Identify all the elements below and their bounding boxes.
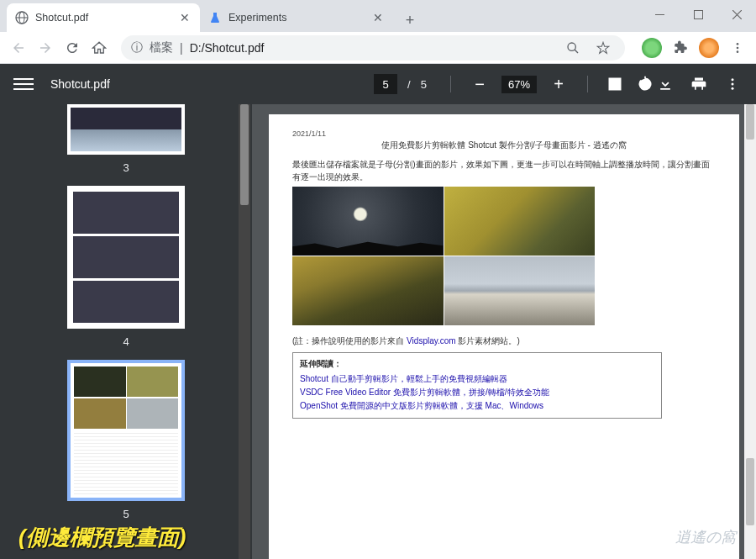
print-button[interactable] bbox=[689, 74, 709, 94]
back-button[interactable] bbox=[7, 36, 30, 60]
content-image-landscape bbox=[444, 256, 596, 325]
watermark: 逍遙の窩 bbox=[675, 527, 736, 547]
thumbnail-label: 3 bbox=[123, 161, 129, 174]
more-button[interactable] bbox=[722, 74, 743, 94]
zoom-out-button[interactable]: − bbox=[468, 72, 491, 96]
thumbnail-label: 4 bbox=[123, 335, 129, 348]
home-button[interactable] bbox=[87, 36, 111, 60]
page-date: 2021/1/11 bbox=[292, 129, 716, 138]
maximize-button[interactable] bbox=[679, 0, 717, 29]
page-paragraph: 最後匯出儲存檔案就是子母(分割)畫面的影片，效果如下圖，更進一步可以在時間軸上調… bbox=[292, 158, 716, 183]
page-note: (註：操作說明使用的影片來自 Vidsplay.com 影片素材網站。) bbox=[292, 335, 716, 347]
page-heading: 使用免費影片剪輯軟體 Shotcut 製作分割/子母畫面影片 - 逍遙の窩 bbox=[292, 140, 716, 151]
reload-button[interactable] bbox=[60, 36, 84, 60]
related-link[interactable]: Shotcut 自己動手剪輯影片，輕鬆上手的免費視頻編輯器 bbox=[300, 372, 654, 386]
pdf-viewer: Shotcut.pdf / 5 − 67% + 3 bbox=[0, 64, 756, 559]
thumbnail-label: 5 bbox=[123, 508, 129, 520]
svg-point-8 bbox=[737, 46, 739, 49]
thumbnail-page-3[interactable] bbox=[67, 104, 185, 155]
page-number-input[interactable] bbox=[374, 74, 397, 94]
globe-icon bbox=[15, 11, 29, 24]
pdf-main-view[interactable]: 2021/1/11 使用免費影片剪輯軟體 Shotcut 製作分割/子母畫面影片… bbox=[252, 104, 756, 559]
note-suffix: 影片素材網站。) bbox=[456, 336, 520, 345]
page-total: 5 bbox=[421, 78, 427, 91]
pdf-filename: Shotcut.pdf bbox=[50, 77, 374, 91]
rotate-button[interactable] bbox=[635, 74, 655, 94]
svg-point-12 bbox=[732, 83, 734, 86]
content-image-leaves-1 bbox=[444, 187, 596, 256]
profile-avatar[interactable] bbox=[699, 38, 719, 58]
flask-icon bbox=[208, 11, 222, 24]
bookmark-icon[interactable] bbox=[591, 36, 615, 60]
url-scheme-label: 檔案 bbox=[150, 40, 173, 55]
info-icon[interactable]: ⓘ bbox=[131, 40, 143, 55]
pdf-toolbar: Shotcut.pdf / 5 − 67% + bbox=[0, 64, 756, 104]
zoom-level[interactable]: 67% bbox=[501, 76, 537, 93]
menu-icon[interactable] bbox=[726, 36, 749, 60]
address-bar[interactable]: ⓘ 檔案 | D:/Shotcut.pdf bbox=[121, 35, 625, 61]
svg-point-7 bbox=[737, 43, 739, 45]
pdf-sidebar: 3 4 5 bbox=[0, 104, 252, 559]
note-prefix: (註：操作說明使用的影片來自 bbox=[292, 336, 407, 345]
divider bbox=[450, 76, 451, 92]
pdf-page-content: 2021/1/11 使用免費影片剪輯軟體 Shotcut 製作分割/子母畫面影片… bbox=[269, 114, 739, 559]
thumbnail-page-5[interactable] bbox=[67, 360, 185, 501]
related-link[interactable]: VSDC Free Video Editor 免費影片剪輯軟體，拼接/轉檔/特效… bbox=[300, 386, 654, 399]
url-path: D:/Shotcut.pdf bbox=[190, 41, 265, 55]
forward-button[interactable] bbox=[34, 36, 57, 60]
thumbnail-page-4[interactable] bbox=[67, 186, 185, 329]
tab-experiments[interactable]: Experiments ✕ bbox=[200, 3, 393, 32]
tab-title: Shotcut.pdf bbox=[35, 12, 173, 24]
extension-icon-1[interactable] bbox=[642, 38, 662, 58]
note-link[interactable]: Vidsplay.com bbox=[407, 336, 456, 345]
sidebar-scrollbar[interactable] bbox=[239, 104, 250, 559]
window-close-button[interactable] bbox=[717, 0, 756, 29]
divider bbox=[587, 76, 588, 92]
fit-page-button[interactable] bbox=[605, 74, 625, 94]
svg-rect-1 bbox=[694, 10, 702, 18]
svg-point-5 bbox=[568, 43, 575, 50]
extensions-icon[interactable] bbox=[669, 36, 692, 60]
main-scrollbar[interactable] bbox=[744, 104, 756, 559]
related-link[interactable]: OpenShot 免費開源的中文版影片剪輯軟體，支援 Mac、Windows bbox=[300, 399, 654, 413]
related-box: 延伸閱讀： Shotcut 自己動手剪輯影片，輕鬆上手的免費視頻編輯器 VSDC… bbox=[292, 352, 662, 419]
sidebar-toggle-button[interactable] bbox=[13, 74, 34, 94]
tab-shotcut[interactable]: Shotcut.pdf ✕ bbox=[7, 3, 200, 32]
tab-close-icon[interactable]: ✕ bbox=[178, 11, 192, 24]
page-separator: / bbox=[407, 78, 411, 91]
tab-title: Experiments bbox=[228, 12, 366, 24]
svg-line-6 bbox=[575, 50, 578, 53]
annotation-caption: (側邊欄預覽畫面) bbox=[18, 523, 186, 552]
svg-rect-0 bbox=[655, 14, 664, 15]
content-image-leaves-2 bbox=[292, 256, 444, 325]
download-button[interactable] bbox=[655, 74, 675, 94]
zoom-in-button[interactable]: + bbox=[547, 72, 570, 96]
svg-point-9 bbox=[737, 50, 739, 53]
content-image-moon bbox=[292, 187, 444, 256]
related-box-title: 延伸閱讀： bbox=[300, 358, 654, 370]
search-icon[interactable] bbox=[561, 36, 585, 60]
browser-toolbar: ⓘ 檔案 | D:/Shotcut.pdf bbox=[0, 32, 756, 64]
new-tab-button[interactable]: + bbox=[398, 8, 422, 32]
svg-point-13 bbox=[732, 87, 734, 90]
page-image-grid bbox=[292, 187, 595, 325]
svg-point-11 bbox=[732, 78, 734, 81]
minimize-button[interactable] bbox=[640, 0, 679, 29]
tab-close-icon[interactable]: ✕ bbox=[371, 11, 385, 24]
